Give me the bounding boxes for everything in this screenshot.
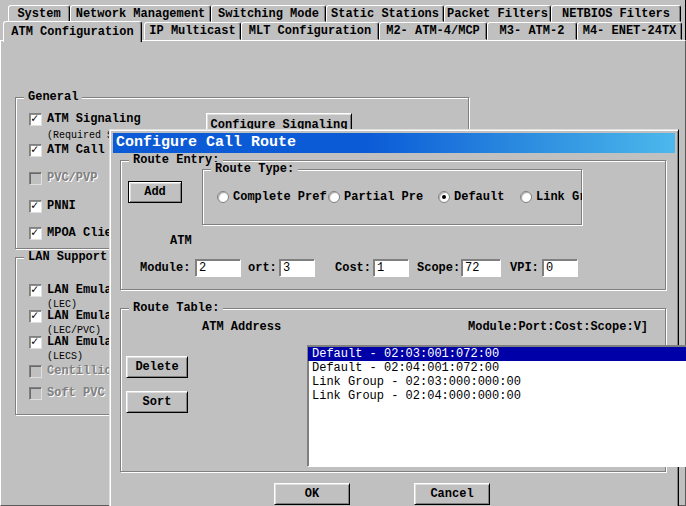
- lan-support-group-title: LAN Support: [24, 250, 111, 264]
- route-table-list[interactable]: Default - 02:03:001:072:00 Default - 02:…: [307, 345, 686, 467]
- scope-input[interactable]: [461, 259, 501, 277]
- atm-address-column-header: ATM Address: [202, 320, 281, 334]
- radio-complete-pref-label: Complete Pref: [233, 189, 327, 205]
- pnni-label: PNNI: [47, 199, 76, 214]
- ok-button[interactable]: OK: [274, 483, 350, 505]
- soft-pvc-label: Soft PVC: [47, 386, 105, 401]
- route-table-group-title: Route Table:: [129, 301, 223, 315]
- lan-emulation-lec-checkbox[interactable]: [29, 284, 42, 297]
- general-group-title: General: [24, 90, 82, 104]
- delete-button[interactable]: Delete: [126, 356, 188, 378]
- tab-mlt-configuration[interactable]: MLT Configuration: [241, 22, 379, 40]
- centillion-checkbox: [29, 365, 42, 378]
- atm-call-routing-checkbox[interactable]: [29, 144, 42, 157]
- soft-pvc-checkbox: [29, 387, 42, 400]
- delete-button-label: Delete: [135, 360, 178, 374]
- vpi-label: VPI:: [510, 259, 539, 277]
- lan-emulation-lecs-sublabel: (LECS): [47, 351, 83, 362]
- atm-signaling-sublabel: (Required S: [47, 130, 113, 141]
- port-input[interactable]: [279, 259, 315, 277]
- atm-signaling-label: ATM Signaling: [47, 112, 141, 127]
- sort-button-label: Sort: [143, 395, 172, 409]
- radio-link-group[interactable]: [520, 191, 532, 203]
- scope-label: Scope:: [417, 259, 460, 277]
- app-window: General ATM Signaling (Required S ATM Ca…: [0, 0, 686, 506]
- tab-content-panel: General ATM Signaling (Required S ATM Ca…: [0, 40, 686, 506]
- tab-atm-configuration[interactable]: ATM Configuration: [3, 21, 142, 42]
- tab-m2-atm-4-mcp[interactable]: M2- ATM-4/MCP: [379, 22, 487, 40]
- sort-button[interactable]: Sort: [126, 391, 188, 413]
- configure-call-route-dialog: Configure Call Route Route Entry: Add Ro…: [109, 129, 679, 506]
- cancel-button-label: Cancel: [430, 487, 473, 501]
- tab-switching-mode[interactable]: Switching Mode: [211, 5, 326, 22]
- module-input[interactable]: [195, 259, 241, 277]
- cancel-button[interactable]: Cancel: [414, 483, 490, 505]
- module-port-cost-scope-column-header: Module:Port:Cost:Scope:V]: [468, 320, 648, 334]
- route-row[interactable]: Default - 02:03:001:072:00: [308, 347, 686, 361]
- add-button[interactable]: Add: [128, 181, 182, 203]
- tab-m4-enet-24tx[interactable]: M4- ENET-24TX: [577, 22, 682, 40]
- tab-packet-filters[interactable]: Packet Filters: [444, 5, 551, 22]
- tab-static-stations[interactable]: Static Stations: [326, 5, 444, 22]
- radio-default[interactable]: [438, 191, 450, 203]
- port-label: ort:: [248, 259, 277, 277]
- pnni-checkbox[interactable]: [29, 200, 42, 213]
- radio-complete-pref[interactable]: [217, 191, 229, 203]
- dialog-titlebar[interactable]: Configure Call Route: [113, 133, 675, 153]
- ok-button-label: OK: [305, 487, 319, 501]
- radio-partial-pre-label: Partial Pre: [344, 189, 423, 205]
- dialog-title: Configure Call Route: [116, 134, 296, 151]
- route-type-group-title: Route Type:: [211, 162, 298, 176]
- mpoa-client-checkbox[interactable]: [29, 227, 42, 240]
- route-entry-group-title: Route Entry:: [129, 153, 223, 167]
- atm-label: ATM: [170, 232, 192, 250]
- tab-network-management[interactable]: Network Management: [70, 5, 211, 22]
- radio-partial-pre[interactable]: [328, 191, 340, 203]
- route-row[interactable]: Default - 02:04:001:072:00: [308, 361, 686, 375]
- add-button-label: Add: [144, 185, 166, 199]
- atm-signaling-checkbox[interactable]: [29, 113, 42, 126]
- lan-emulation-lec-pvc-checkbox[interactable]: [29, 310, 42, 323]
- module-label: Module:: [140, 259, 190, 277]
- tab-ip-multicast[interactable]: IP Multicast: [144, 22, 241, 40]
- lan-emulation-lecs-checkbox[interactable]: [29, 336, 42, 349]
- route-row[interactable]: Link Group - 02:04:000:000:00: [308, 389, 686, 403]
- tab-m3-atm-2[interactable]: M3- ATM-2: [487, 22, 577, 40]
- radio-default-label: Default: [454, 189, 504, 205]
- pvc-pvp-checkbox: [29, 172, 42, 185]
- tab-netbios-filters[interactable]: NETBIOS Filters: [551, 5, 681, 22]
- pvc-pvp-label: PVC/PVP: [47, 171, 97, 186]
- vpi-input[interactable]: [542, 259, 578, 277]
- cost-label: Cost:: [335, 259, 371, 277]
- radio-link-group-label: Link Group: [536, 189, 582, 205]
- route-row[interactable]: Link Group - 02:03:000:000:00: [308, 375, 686, 389]
- cost-input[interactable]: [373, 259, 409, 277]
- tab-system[interactable]: System: [8, 5, 70, 22]
